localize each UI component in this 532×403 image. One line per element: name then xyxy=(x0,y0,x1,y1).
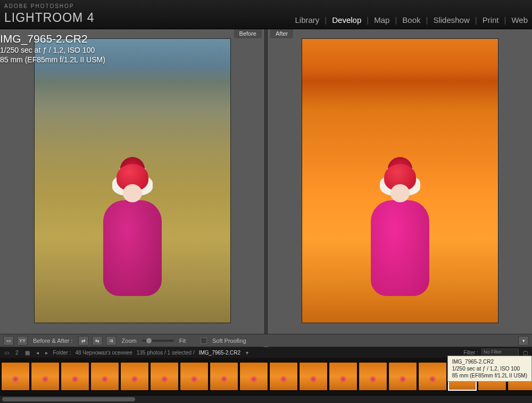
folder-prefix: Folder : xyxy=(53,350,71,356)
module-print[interactable]: Print xyxy=(483,15,499,24)
filmstrip-thumb[interactable] xyxy=(1,362,30,391)
photo-count: 135 photos / 1 selected / xyxy=(137,350,195,356)
after-label: After xyxy=(270,29,293,38)
file-name: IMG_7965-2.CR2 xyxy=(0,32,105,46)
filmstrip-thumb[interactable] xyxy=(269,362,298,391)
app-header: ADOBE PHOTOSHOP LIGHTROOM 4 Library|Deve… xyxy=(0,0,532,29)
breadcrumb-dropdown-icon[interactable]: ▾ xyxy=(245,350,250,356)
ba-copy-icon[interactable]: ⇉ xyxy=(106,336,117,346)
secondary-display-button[interactable]: ▭ xyxy=(3,350,10,356)
before-pane: Before xyxy=(0,29,264,334)
after-photo[interactable] xyxy=(302,38,498,323)
module-slideshow[interactable]: Slideshow xyxy=(433,15,469,24)
module-develop[interactable]: Develop xyxy=(332,15,361,24)
tooltip-lens: 85 mm (EF85mm f/1.2L II USM) xyxy=(452,372,527,379)
before-label: Before xyxy=(234,29,262,38)
ba-arrow-left-icon[interactable]: ⇄ xyxy=(78,336,89,346)
filmstrip-thumb[interactable] xyxy=(299,362,328,391)
scrollbar-thumb[interactable] xyxy=(2,397,135,401)
filter-lock-icon[interactable]: ▢ xyxy=(522,350,529,356)
after-photo-container[interactable] xyxy=(268,38,532,334)
module-web[interactable]: Web xyxy=(511,15,528,24)
module-book[interactable]: Book xyxy=(402,15,420,24)
filmstrip-thumb[interactable] xyxy=(61,362,89,391)
develop-toolbar: ▭ YY Before & After : ⇄ ⇆ ⇉ Zoom Fit Sof… xyxy=(0,334,532,347)
grid-icon[interactable]: ▦ xyxy=(24,350,31,356)
loupe-view-button[interactable]: ▭ xyxy=(3,336,14,346)
filmstrip-thumb[interactable] xyxy=(239,362,268,391)
filmstrip-thumb[interactable] xyxy=(329,362,358,391)
filmstrip-thumb[interactable] xyxy=(120,362,149,391)
filmstrip-thumb[interactable] xyxy=(210,362,238,391)
current-file[interactable]: IMG_7965-2.CR2 xyxy=(199,350,240,356)
ba-arrow-right-icon[interactable]: ⇆ xyxy=(92,336,103,346)
filmstrip-scrollbar[interactable] xyxy=(0,395,532,403)
zoom-slider[interactable] xyxy=(142,340,174,342)
compare-view: Before After xyxy=(0,29,532,334)
module-map[interactable]: Map xyxy=(374,15,389,24)
before-photo[interactable] xyxy=(34,38,231,323)
module-nav: Library|Develop|Map|Book|Slideshow|Print… xyxy=(295,15,528,24)
thumbnail-tooltip: IMG_7965-2.CR2 1/250 sec at ƒ / 1,2, ISO… xyxy=(447,356,532,382)
soft-proofing-label: Soft Proofing xyxy=(212,338,246,344)
grid-badge[interactable]: 2 xyxy=(14,350,20,356)
file-exposure: 1/250 sec at ƒ / 1,2, ISO 100 xyxy=(0,46,105,55)
tooltip-exposure: 1/250 sec at ƒ / 1,2, ISO 100 xyxy=(452,365,527,372)
nav-fwd-icon[interactable]: ▸ xyxy=(44,350,49,356)
file-info-overlay: IMG_7965-2.CR2 1/250 sec at ƒ / 1,2, ISO… xyxy=(0,32,105,64)
toolbar-menu-icon[interactable]: ▾ xyxy=(518,336,529,346)
zoom-label: Zoom xyxy=(120,338,139,344)
filmstrip-thumb[interactable] xyxy=(31,362,60,391)
filter-select[interactable]: No Filter xyxy=(481,349,519,356)
module-library[interactable]: Library xyxy=(295,15,319,24)
filmstrip-thumb[interactable] xyxy=(388,362,417,391)
file-lens: 85 mm (EF85mm f/1.2L II USM) xyxy=(0,55,105,65)
filmstrip-thumb[interactable] xyxy=(359,362,387,391)
tooltip-filename: IMG_7965-2.CR2 xyxy=(452,358,527,365)
app-brand: ADOBE PHOTOSHOP xyxy=(4,3,74,9)
before-photo-container[interactable] xyxy=(0,38,264,334)
after-pane: After xyxy=(268,29,532,334)
filmstrip-thumb[interactable] xyxy=(180,362,209,391)
app-name: LIGHTROOM 4 xyxy=(4,11,94,25)
zoom-value: Fit xyxy=(177,338,188,344)
compare-yy-button[interactable]: YY xyxy=(17,336,28,346)
filmstrip-thumb[interactable] xyxy=(418,362,447,391)
after-label-wrap: After xyxy=(268,29,532,38)
filmstrip-thumb[interactable] xyxy=(90,362,119,391)
filmstrip-thumb[interactable] xyxy=(150,362,179,391)
before-after-label: Before & After : xyxy=(31,338,75,344)
folder-name[interactable]: 48 Черномаз'з осеннее xyxy=(75,350,132,356)
nav-back-icon[interactable]: ◂ xyxy=(35,350,40,356)
soft-proofing-checkbox[interactable] xyxy=(201,338,207,344)
filter-label: Filter : xyxy=(463,350,478,356)
